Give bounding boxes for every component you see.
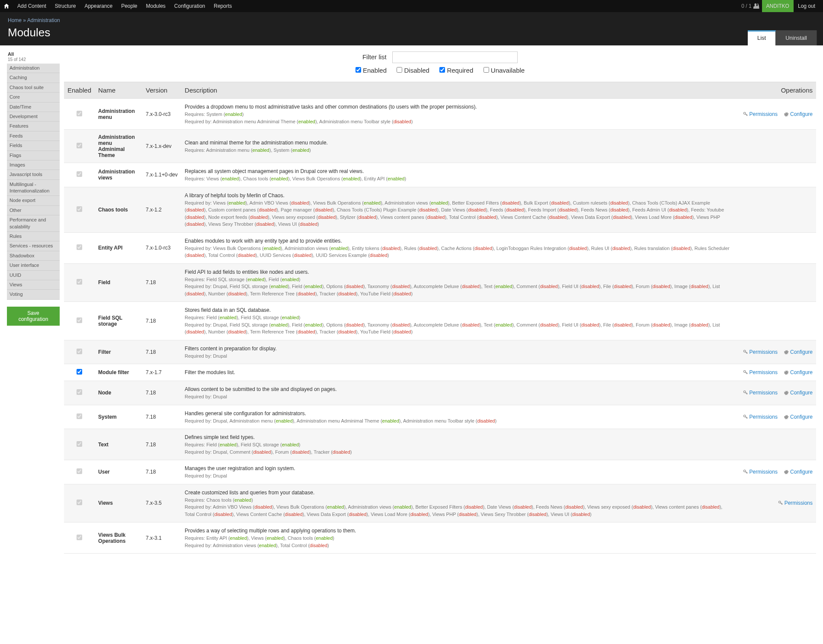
table-row: Module filter7.x-1.7Filter the modules l…: [64, 364, 816, 381]
permissions-link[interactable]: Permissions: [743, 111, 778, 117]
people-icon: [753, 3, 759, 9]
sidebar-item-views[interactable]: Views: [7, 280, 60, 290]
configure-link[interactable]: Configure: [784, 390, 813, 396]
admin-link-structure[interactable]: Structure: [51, 0, 80, 12]
chk-unavailable[interactable]: Unavailable: [484, 67, 525, 74]
sidebar-item-services-resources[interactable]: Services - resources: [7, 241, 60, 251]
module-version: 7.18: [142, 429, 181, 460]
module-version: 7.x-3.5: [142, 484, 181, 522]
sidebar-item-core[interactable]: Core: [7, 93, 60, 102]
filter-input[interactable]: [392, 51, 518, 63]
module-operations: PermissionsConfigure: [733, 364, 816, 381]
sidebar-item-performance-and-scalability[interactable]: Performance and scalability: [7, 215, 60, 232]
enable-checkbox: [77, 111, 82, 116]
admin-link-appearance[interactable]: Appearance: [80, 0, 117, 12]
table-row: Views Bulk Operations7.x-3.1Provides a w…: [64, 522, 816, 554]
admin-link-reports[interactable]: Reports: [209, 0, 236, 12]
sidebar-all[interactable]: All 15 of 142: [7, 50, 60, 64]
module-operations: Permissions: [733, 484, 816, 522]
configure-link[interactable]: Configure: [784, 469, 813, 475]
sidebar-item-features[interactable]: Features: [7, 122, 60, 131]
module-operations: PermissionsConfigure: [733, 381, 816, 405]
enable-checkbox: [77, 441, 82, 447]
logout-link[interactable]: Log out: [794, 0, 820, 12]
admin-link-add-content[interactable]: Add Content: [13, 0, 51, 12]
breadcrumb: Home » Administration: [8, 17, 815, 23]
sidebar-item-administration[interactable]: Administration: [7, 64, 60, 73]
module-name: Filter: [95, 340, 142, 364]
enable-checkbox: [77, 500, 82, 505]
module-name: Chaos tools: [95, 187, 142, 232]
module-name: Field: [95, 263, 142, 302]
tab-list[interactable]: List: [748, 30, 776, 45]
module-name: System: [95, 405, 142, 429]
module-description: Stores field data in an SQL database.Req…: [181, 302, 733, 340]
home-icon[interactable]: [3, 3, 10, 9]
module-description: Clean and minimal theme for the administ…: [181, 130, 733, 163]
sidebar-item-rules[interactable]: Rules: [7, 232, 60, 241]
admin-link-modules[interactable]: Modules: [142, 0, 170, 12]
sidebar-item-chaos-tool-suite[interactable]: Chaos tool suite: [7, 83, 60, 93]
sidebar-item-caching[interactable]: Caching: [7, 73, 60, 83]
sidebar-item-development[interactable]: Development: [7, 112, 60, 122]
permissions-link[interactable]: Permissions: [778, 500, 813, 506]
admin-link-people[interactable]: People: [117, 0, 141, 12]
username-link[interactable]: ANDITKO: [762, 0, 794, 12]
th-version[interactable]: Version: [142, 82, 181, 99]
module-name: Text: [95, 429, 142, 460]
breadcrumb-current[interactable]: Administration: [27, 17, 60, 23]
permissions-link[interactable]: Permissions: [743, 349, 778, 355]
permissions-link[interactable]: Permissions: [743, 414, 778, 420]
table-row: Views7.x-3.5Create customized lists and …: [64, 484, 816, 522]
permissions-link[interactable]: Permissions: [743, 469, 778, 475]
enable-checkbox: [77, 244, 82, 250]
configure-link[interactable]: Configure: [784, 111, 813, 117]
sidebar-item-flags[interactable]: Flags: [7, 151, 60, 160]
sidebar-item-uuid[interactable]: UUID: [7, 271, 60, 280]
module-description: Allows content to be submitted to the si…: [181, 381, 733, 405]
th-description[interactable]: Description: [181, 82, 733, 99]
sidebar-item-date-time[interactable]: Date/Time: [7, 103, 60, 112]
enable-checkbox[interactable]: [77, 369, 82, 375]
chk-enabled[interactable]: Enabled: [355, 67, 387, 74]
breadcrumb-home[interactable]: Home: [8, 17, 22, 23]
permissions-link[interactable]: Permissions: [743, 369, 778, 375]
th-enabled[interactable]: Enabled: [64, 82, 95, 99]
module-description: Handles general site configuration for a…: [181, 405, 733, 429]
module-operations: [733, 187, 816, 232]
module-description: Replaces all system object management pa…: [181, 163, 733, 187]
sidebar-item-multilingual-internationalization[interactable]: Multilingual - Internationalization: [7, 180, 60, 196]
sidebar-item-node-export[interactable]: Node export: [7, 196, 60, 205]
module-operations: [733, 130, 816, 163]
module-operations: [733, 163, 816, 187]
configure-link[interactable]: Configure: [784, 349, 813, 355]
enable-checkbox: [77, 206, 82, 212]
sidebar-item-fields[interactable]: Fields: [7, 141, 60, 151]
admin-link-configuration[interactable]: Configuration: [170, 0, 209, 12]
sidebar-item-voting[interactable]: Voting: [7, 290, 60, 299]
category-sidebar: All 15 of 142 AdministrationCachingChaos…: [7, 50, 60, 326]
admin-toolbar: Add ContentStructureAppearancePeopleModu…: [0, 0, 823, 12]
sidebar-item-images[interactable]: Images: [7, 160, 60, 170]
enable-checkbox: [77, 279, 82, 285]
th-name[interactable]: Name: [95, 82, 142, 99]
sidebar-item-javascript-tools[interactable]: Javascript tools: [7, 170, 60, 179]
sidebar-item-user-interface[interactable]: User interface: [7, 261, 60, 270]
tab-uninstall[interactable]: Uninstall: [776, 30, 817, 45]
module-version: 7.18: [142, 263, 181, 302]
user-count: 0 / 1: [741, 3, 751, 9]
sidebar-item-feeds[interactable]: Feeds: [7, 131, 60, 141]
permissions-link[interactable]: Permissions: [743, 390, 778, 396]
configure-link[interactable]: Configure: [784, 414, 813, 420]
th-operations[interactable]: Operations: [733, 82, 816, 99]
chk-required[interactable]: Required: [439, 67, 473, 74]
table-row: Administration menu7.x-3.0-rc3Provides a…: [64, 99, 816, 130]
save-configuration-button[interactable]: Save configuration: [7, 307, 60, 326]
sidebar-item-other[interactable]: Other: [7, 206, 60, 215]
filter-label: Filter list: [362, 53, 387, 61]
configure-link[interactable]: Configure: [784, 369, 813, 375]
sidebar-item-shadowbox[interactable]: Shadowbox: [7, 251, 60, 261]
chk-disabled[interactable]: Disabled: [397, 67, 429, 74]
table-row: Filter7.18Filters content in preparation…: [64, 340, 816, 364]
page-title: Modules: [8, 26, 815, 39]
